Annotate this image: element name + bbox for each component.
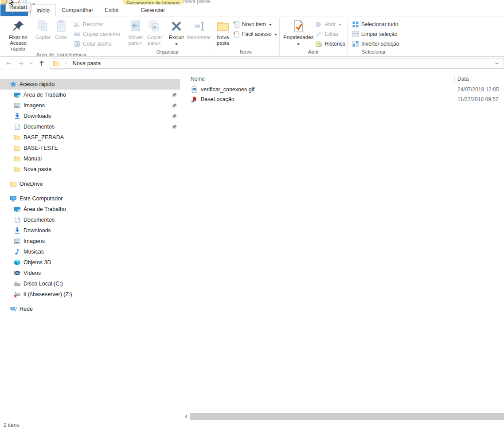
properties-button[interactable]: Propriedades — [283, 17, 313, 43]
sidebar-item-label: OneDrive — [20, 181, 43, 187]
sidebar-item-label: Acesso rápido — [20, 81, 55, 87]
item-count: 2 itens — [4, 422, 19, 428]
pin-to-quick-access-button[interactable]: Fixar no Acesso rápido — [3, 17, 34, 52]
sidebar-item-ti-baseserver-z[interactable]: ti (\\baseserver) (Z:) — [0, 289, 180, 300]
desktop-icon — [14, 91, 21, 98]
video-icon — [14, 270, 21, 277]
properties-check-icon — [291, 19, 305, 33]
breadcrumb[interactable]: Nova pasta — [73, 60, 101, 66]
new-folder-icon — [216, 19, 230, 33]
ribbon: Fixar no Acesso rápido Copiar Colar Reco… — [0, 16, 504, 57]
history-button[interactable]: Histórico — [313, 39, 347, 49]
open-button[interactable]: Abrir — [313, 20, 347, 29]
sidebar-item-musicas[interactable]: Músicas — [0, 246, 180, 257]
tab-home[interactable]: Início — [30, 4, 56, 16]
scissors-icon — [74, 21, 81, 28]
sidebar-item-imagens[interactable]: Imagens — [0, 100, 180, 111]
sidebar-item-manual[interactable]: Manual — [0, 153, 180, 164]
sidebar-item-documentos[interactable]: Documentos — [0, 215, 180, 225]
main-content: Acesso rápidoÁrea de TrabalhoImagensDown… — [0, 70, 504, 420]
sidebar-item-disco-local-c[interactable]: Disco Local (C:) — [0, 278, 180, 289]
chevron-right-icon[interactable] — [63, 61, 68, 66]
sidebar-item-este-computador[interactable]: Este Computador — [0, 193, 180, 204]
easy-access-button[interactable]: Fácil acesso — [231, 29, 280, 39]
window-title: Nova pasta — [183, 0, 210, 4]
history-dropdown-icon[interactable] — [27, 58, 35, 69]
sidebar-item-base-teste[interactable]: BASE-TESTE — [0, 143, 180, 153]
sidebar-item-label: Este Computador — [20, 195, 63, 202]
sidebar-item-documentos[interactable]: Documentos — [0, 121, 180, 132]
cut-button[interactable]: Recortar — [72, 20, 122, 29]
scrollbar-thumb[interactable] — [190, 413, 504, 420]
tab-share[interactable]: Compartilhar — [56, 4, 99, 16]
file-name[interactable]: verificar_conexoes.gif — [201, 86, 254, 93]
sidebar-item-downloads[interactable]: Downloads — [0, 225, 180, 236]
up-button[interactable] — [35, 58, 47, 69]
desktop-icon — [14, 206, 21, 213]
dropdown-caret-icon — [274, 31, 278, 37]
mouse-cursor — [8, 0, 14, 8]
tab-manage[interactable]: Gerenciar — [123, 4, 183, 16]
sidebar-item-imagens[interactable]: Imagens — [0, 236, 180, 246]
sidebar-item-label: Imagens — [23, 102, 45, 109]
select-all-icon — [352, 21, 359, 28]
sidebar-item-label: Músicas — [23, 249, 44, 255]
copy-to-icon — [148, 19, 162, 33]
sidebar-item-area-de-trabalho[interactable]: Área de Trabalho — [0, 204, 180, 215]
paste-button[interactable]: Colar — [52, 17, 70, 40]
address-dropdown-icon[interactable] — [494, 60, 500, 68]
address-input[interactable]: Nova pasta — [50, 58, 504, 69]
clipboard-icon — [54, 19, 68, 33]
new-item-button[interactable]: Novo item — [231, 20, 280, 29]
download-icon — [14, 227, 21, 234]
column-header-date[interactable]: Data — [457, 76, 469, 82]
delete-button[interactable]: Excluir — [167, 17, 186, 43]
folder-icon — [14, 166, 21, 173]
quick-access-dropdown-icon[interactable] — [32, 1, 36, 4]
move-to-button[interactable]: Mover para — [126, 17, 145, 46]
horizontal-scrollbar[interactable] — [180, 413, 504, 420]
new-folder-button[interactable]: Nova pasta — [216, 17, 230, 46]
pictures-icon — [14, 102, 21, 109]
sidebar-item-label: Downloads — [23, 113, 51, 119]
sidebar-item-base-zerada[interactable]: BASE_ZERADA — [0, 132, 180, 143]
sidebar-item-acesso-rapido[interactable]: Acesso rápido — [0, 79, 180, 90]
file-row-verificar-conexoes-gif[interactable]: verificar_conexoes.gif24/07/2018 12:05 — [180, 85, 504, 94]
paste-shortcut-button[interactable]: Colar atalho — [72, 39, 122, 49]
copy-to-button[interactable]: Copiar para — [145, 17, 164, 46]
file-row-baselocacao[interactable]: BaseLocação11/07/2018 09:57 — [180, 94, 504, 104]
sidebar-item-onedrive[interactable]: OneDrive — [0, 179, 180, 189]
sidebar-item-label: Nova pasta — [23, 166, 51, 172]
pin-icon — [171, 102, 177, 109]
invert-selection-button[interactable]: Inverter seleção — [350, 39, 401, 49]
invert-selection-icon — [352, 40, 359, 47]
rename-button[interactable]: Renomear — [186, 17, 212, 40]
file-explorer-window: { "window": { "title": "Nova pasta", "to… — [0, 0, 504, 430]
network-icon — [10, 305, 17, 313]
shortcut-red-icon — [191, 96, 198, 103]
sidebar-item-objetos-3d[interactable]: Objetos 3D — [0, 257, 180, 268]
copy-button[interactable]: Copiar — [34, 17, 52, 40]
sidebar-item-nova-pasta[interactable]: Nova pasta — [0, 164, 180, 175]
forward-button[interactable] — [15, 58, 27, 69]
sidebar-item-videos[interactable]: Vídeos — [0, 268, 180, 278]
select-none-button[interactable]: Limpar seleção — [350, 29, 401, 39]
sidebar-item-rede[interactable]: Rede — [0, 304, 180, 314]
column-header-name[interactable]: Nome — [191, 76, 454, 82]
sidebar-item-area-de-trabalho[interactable]: Área de Trabalho — [0, 90, 180, 100]
pushpin-icon — [11, 19, 25, 33]
edit-button[interactable]: Editar — [313, 29, 347, 39]
select-all-button[interactable]: Selecionar tudo — [350, 20, 401, 29]
pin-icon — [171, 124, 177, 130]
dropdown-caret-icon — [175, 41, 178, 43]
tab-view[interactable]: Exibir — [99, 4, 124, 16]
file-name[interactable]: BaseLocação — [201, 96, 234, 102]
back-button[interactable] — [3, 58, 15, 69]
ribbon-group-new: Nova pasta Novo item Fácil acesso Novo — [212, 16, 279, 56]
scroll-left-icon[interactable] — [183, 414, 190, 419]
copy-path-button[interactable]: Copiar caminho — [72, 29, 122, 39]
sidebar-item-downloads[interactable]: Downloads — [0, 111, 180, 121]
folder-icon — [14, 134, 21, 141]
folder-icon — [14, 145, 21, 152]
column-divider[interactable] — [454, 75, 455, 83]
